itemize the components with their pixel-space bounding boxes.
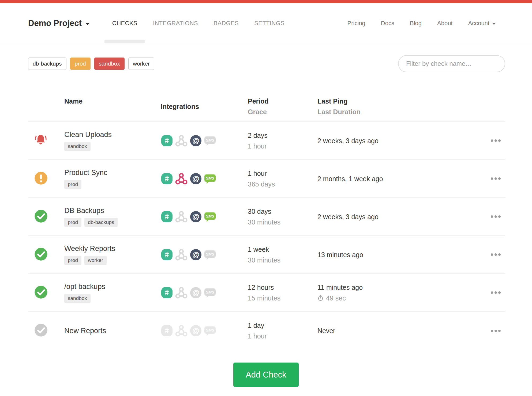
- account-label: Account: [468, 20, 490, 27]
- table-row: Clean Uploads sandbox #@SMS 2 days 1 hou…: [28, 122, 505, 160]
- tab-checks[interactable]: CHECKS: [104, 3, 145, 43]
- nav-blog[interactable]: Blog: [410, 20, 422, 27]
- name-cell: DB Backups proddb-backups: [64, 207, 161, 227]
- name-column-header: Name: [64, 96, 161, 117]
- last-ping-column-header: Last Ping Last Duration: [317, 96, 489, 117]
- menu-cell: [489, 138, 505, 143]
- tag-filter-worker[interactable]: worker: [128, 58, 154, 70]
- status-icon: [34, 171, 48, 186]
- svg-text:@: @: [192, 288, 199, 296]
- period-cell: 1 day 1 hour: [248, 320, 317, 341]
- check-name[interactable]: DB Backups: [64, 207, 161, 215]
- status-icon: [34, 247, 48, 262]
- check-tag: db-backups: [84, 218, 118, 227]
- check-name[interactable]: Weekly Reports: [64, 245, 161, 253]
- last-ping-cell: Never: [317, 325, 489, 336]
- check-name[interactable]: Clean Uploads: [64, 131, 161, 139]
- integrations-cell: #@SMS: [161, 248, 248, 261]
- menu-column-header: [489, 96, 505, 117]
- table-row: /opt backups sandbox #@SMS 12 hours 15 m…: [28, 274, 505, 312]
- last-duration-value: 49 sec: [317, 293, 489, 303]
- svg-text:SMS: SMS: [206, 176, 214, 180]
- row-menu-button[interactable]: [489, 252, 502, 257]
- check-tag: prod: [64, 180, 81, 189]
- sms-icon: SMS: [204, 287, 216, 299]
- check-tag: sandbox: [64, 142, 91, 151]
- period-value: 12 hours: [248, 282, 317, 293]
- grace-value: 30 minutes: [248, 255, 317, 265]
- webhook-icon: [175, 248, 188, 261]
- period-value: 30 days: [248, 206, 317, 217]
- duration-text: 49 sec: [326, 293, 346, 303]
- status-icon: [34, 323, 48, 338]
- last-ping-cell: 2 weeks, 3 days ago: [317, 135, 489, 146]
- nav-tabs: CHECKS INTEGRATIONS BADGES SETTINGS: [104, 3, 293, 43]
- svg-text:@: @: [192, 327, 199, 335]
- name-cell: Product Sync prod: [64, 169, 161, 189]
- tab-settings[interactable]: SETTINGS: [246, 3, 292, 43]
- tab-integrations[interactable]: INTEGRATIONS: [145, 3, 206, 43]
- check-name[interactable]: /opt backups: [64, 283, 161, 291]
- check-tag: prod: [64, 218, 81, 227]
- nav-pricing[interactable]: Pricing: [347, 20, 365, 27]
- last-ping-value: 11 minutes ago: [317, 282, 489, 293]
- table-body: Clean Uploads sandbox #@SMS 2 days 1 hou…: [28, 122, 505, 350]
- period-cell: 30 days 30 minutes: [248, 206, 317, 227]
- last-duration-header-label: Last Duration: [317, 106, 489, 117]
- status-cell: [28, 209, 64, 224]
- svg-text:SMS: SMS: [206, 214, 214, 218]
- check-name-filter-input[interactable]: [398, 55, 505, 72]
- nav-docs[interactable]: Docs: [381, 20, 394, 27]
- svg-text:SMS: SMS: [206, 252, 214, 256]
- period-header-label: Period: [248, 96, 317, 106]
- last-ping-header-label: Last Ping: [317, 96, 489, 106]
- last-ping-value: Never: [317, 325, 489, 336]
- status-cell: [28, 285, 64, 300]
- period-value: 1 day: [248, 320, 317, 331]
- check-name[interactable]: Product Sync: [64, 169, 161, 177]
- period-value: 1 hour: [248, 168, 317, 179]
- last-ping-value: 2 months, 1 week ago: [317, 173, 489, 184]
- row-menu-button[interactable]: [489, 138, 502, 143]
- name-cell: Weekly Reports prodworker: [64, 245, 161, 265]
- webhook-icon: [175, 324, 188, 337]
- email-icon: @: [190, 135, 202, 147]
- menu-cell: [489, 328, 505, 334]
- slack-icon: #: [161, 173, 173, 185]
- menu-cell: [489, 214, 505, 219]
- project-switcher[interactable]: Demo Project: [28, 3, 90, 43]
- tab-badges[interactable]: BADGES: [206, 3, 246, 43]
- check-name[interactable]: New Reports: [64, 327, 161, 335]
- nav-about[interactable]: About: [437, 20, 453, 27]
- integrations-column-header: Integrations: [161, 96, 248, 117]
- period-value: 2 days: [248, 130, 317, 141]
- integrations-cell: #@SMS: [161, 324, 248, 337]
- row-menu-button[interactable]: [489, 176, 502, 181]
- check-tag: sandbox: [64, 294, 91, 303]
- account-menu[interactable]: Account: [468, 20, 496, 27]
- row-menu-button[interactable]: [489, 290, 502, 295]
- status-cell: [28, 323, 64, 338]
- sms-icon: SMS: [204, 211, 216, 223]
- slack-icon: #: [161, 249, 173, 261]
- period-cell: 1 week 30 minutes: [248, 244, 317, 265]
- slack-icon: #: [161, 135, 173, 147]
- row-menu-button[interactable]: [489, 214, 502, 219]
- svg-text:@: @: [192, 136, 199, 144]
- project-name: Demo Project: [28, 18, 82, 28]
- tag-filter-sandbox[interactable]: sandbox: [94, 58, 125, 70]
- email-icon: @: [190, 211, 202, 223]
- svg-text:SMS: SMS: [206, 138, 214, 142]
- add-check-button[interactable]: Add Check: [233, 363, 299, 387]
- status-column-header: [28, 96, 64, 117]
- row-menu-button[interactable]: [489, 328, 502, 334]
- top-banner: [0, 0, 532, 3]
- footer: Add Check: [0, 363, 532, 387]
- last-ping-cell: 2 weeks, 3 days ago: [317, 211, 489, 222]
- check-tags: proddb-backups: [64, 218, 161, 227]
- check-tag: worker: [84, 256, 107, 265]
- grace-value: 1 hour: [248, 141, 317, 151]
- tag-filter-prod[interactable]: prod: [70, 58, 91, 70]
- tag-filter-db-backups[interactable]: db-backups: [28, 58, 66, 70]
- last-ping-value: 13 minutes ago: [317, 249, 489, 260]
